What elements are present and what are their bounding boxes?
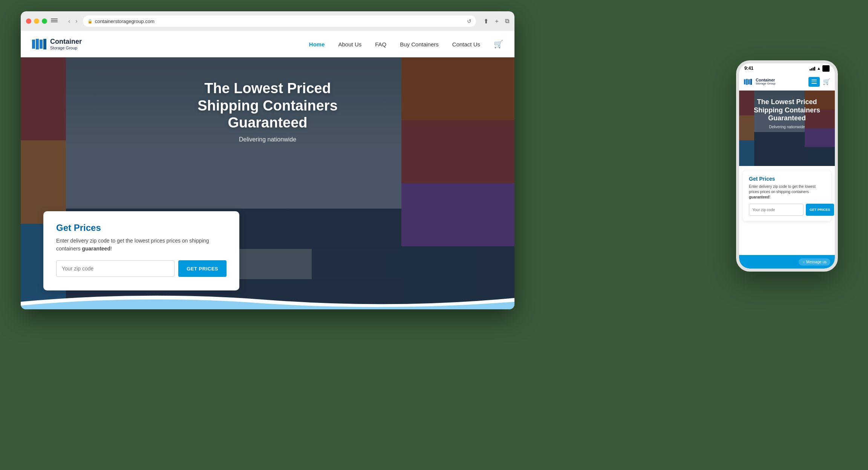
price-card-title: Get Prices: [56, 223, 227, 233]
logo-sub-text: Storage Group: [50, 46, 82, 50]
lock-icon: 🔒: [87, 19, 93, 24]
signal-bar-2: [811, 68, 812, 71]
price-desc-text: Enter delivery zip code to get the lowes…: [56, 238, 209, 252]
phone-hero-text: The Lowest Priced Shipping Containers Gu…: [739, 98, 835, 129]
phone-hero-title: The Lowest Priced Shipping Containers Gu…: [744, 98, 830, 123]
phone-logo-text: Container Storage Group: [756, 78, 775, 86]
new-tab-icon[interactable]: ＋: [494, 17, 500, 25]
hero-title: The Lowest Priced Shipping Containers Gu…: [173, 80, 362, 132]
phone-menu-button[interactable]: [808, 77, 820, 87]
nav-item-contact[interactable]: Contact Us: [452, 41, 480, 48]
signal-bar-1: [810, 69, 811, 71]
site-nav: Home About Us FAQ Buy Containers Contact…: [309, 40, 503, 49]
browser-chrome: ‹ › 🔒 containerstoragegroup.com ↺ ⬆ ＋ ⧉: [21, 11, 514, 31]
logo-main-text: Container: [50, 38, 82, 46]
tabs-icon[interactable]: ⧉: [505, 18, 509, 25]
site-header: Container Storage Group Home About Us FA…: [21, 31, 514, 57]
phone-header: Container Storage Group 🛒: [739, 73, 835, 91]
phone-get-prices-button[interactable]: GET PRICES: [806, 204, 834, 216]
svg-rect-7: [750, 79, 752, 85]
phone-logo-sub: Storage Group: [756, 82, 775, 86]
phone-price-title: Get Prices: [749, 176, 825, 182]
browser-nav-controls: ‹ ›: [67, 17, 79, 25]
svg-rect-3: [43, 39, 46, 49]
message-us-label: Message us: [806, 260, 827, 264]
svg-rect-2: [40, 40, 43, 49]
minimize-dot[interactable]: [34, 18, 39, 24]
price-desc-bold: guaranteed: [82, 246, 110, 252]
phone-price-desc: Enter delivery zip code to get the lowes…: [749, 184, 825, 200]
close-dot[interactable]: [26, 18, 31, 24]
hero-section: The Lowest Priced Shipping Containers Gu…: [21, 57, 514, 309]
phone-desc-end: !: [769, 195, 770, 199]
logo-area[interactable]: Container Storage Group: [32, 38, 82, 50]
price-card-desc: Enter delivery zip code to get the lowes…: [56, 237, 227, 253]
hero-subtitle: Delivering nationwide: [173, 136, 362, 143]
hero-text-block: The Lowest Priced Shipping Containers Gu…: [173, 80, 362, 143]
desktop-browser-mockup: ‹ › 🔒 containerstoragegroup.com ↺ ⬆ ＋ ⧉: [21, 11, 514, 309]
signal-bar-4: [814, 67, 815, 71]
refresh-icon[interactable]: ↺: [467, 18, 472, 24]
zip-input[interactable]: [56, 260, 175, 277]
phone-logo-icon: [744, 78, 753, 85]
menu-line-2: [811, 81, 817, 82]
message-icon: ○: [802, 260, 805, 264]
traffic-lights: [26, 18, 47, 24]
nav-item-home[interactable]: Home: [309, 41, 325, 48]
back-arrow-icon[interactable]: ‹: [67, 17, 72, 25]
wifi-icon: ▲: [817, 66, 821, 71]
signal-bars-icon: [810, 66, 815, 71]
phone-desc-text: Enter delivery zip code to get the lowes…: [749, 184, 816, 194]
phone-price-form: GET PRICES: [749, 204, 825, 216]
phone-menu-icon: [811, 80, 817, 84]
nav-item-about[interactable]: About Us: [338, 41, 362, 48]
phone-cart-icon[interactable]: 🛒: [823, 78, 830, 85]
cart-icon[interactable]: 🛒: [494, 40, 503, 49]
nav-item-buy[interactable]: Buy Containers: [400, 41, 439, 48]
phone-price-card: Get Prices Enter delivery zip code to ge…: [743, 170, 831, 221]
message-us-button[interactable]: ○ Message us: [799, 258, 830, 266]
phone-time: 9:41: [744, 66, 753, 71]
phone-bottom-bar: ○ Message us: [739, 255, 835, 269]
svg-rect-5: [746, 79, 748, 85]
price-card: Get Prices Enter delivery zip code to ge…: [43, 211, 239, 290]
site-wrapper: Container Storage Group Home About Us FA…: [21, 31, 514, 309]
signal-bar-3: [813, 68, 814, 71]
svg-rect-0: [32, 40, 35, 49]
logo-icon: [32, 38, 47, 50]
svg-rect-1: [36, 39, 39, 49]
address-bar[interactable]: 🔒 containerstoragegroup.com ↺: [83, 15, 476, 27]
phone-inner: 9:41 ▲ Container: [739, 63, 835, 269]
phone-status-icons: ▲: [810, 65, 830, 72]
share-icon[interactable]: ⬆: [484, 18, 488, 25]
phone-zip-input[interactable]: [749, 204, 804, 216]
phone-hero-subtitle: Delivering nationwide: [744, 125, 830, 129]
browser-action-buttons: ⬆ ＋ ⧉: [484, 17, 509, 25]
url-text: containerstoragegroup.com: [95, 18, 155, 24]
phone-hero: The Lowest Priced Shipping Containers Gu…: [739, 91, 835, 166]
phone-desc-bold: guaranteed: [749, 195, 769, 199]
logo-text: Container Storage Group: [50, 38, 82, 50]
price-form: GET PRICES: [56, 260, 227, 277]
get-prices-button[interactable]: GET PRICES: [178, 260, 227, 277]
phone-mockup: 9:41 ▲ Container: [736, 60, 838, 272]
svg-rect-6: [748, 79, 750, 84]
battery-icon: [822, 65, 830, 72]
nav-item-faq[interactable]: FAQ: [375, 41, 386, 48]
browser-content: Container Storage Group Home About Us FA…: [21, 31, 514, 309]
phone-nav-actions: 🛒: [808, 77, 830, 87]
forward-arrow-icon[interactable]: ›: [74, 17, 79, 25]
price-desc-end: !: [110, 246, 112, 252]
menu-line-3: [811, 83, 817, 84]
svg-rect-4: [744, 79, 746, 84]
phone-status-bar: 9:41 ▲: [739, 63, 835, 73]
maximize-dot[interactable]: [42, 18, 47, 24]
hero-wave: [21, 290, 514, 309]
menu-line-1: [811, 80, 817, 80]
sidebar-toggle-icon[interactable]: [51, 18, 58, 24]
